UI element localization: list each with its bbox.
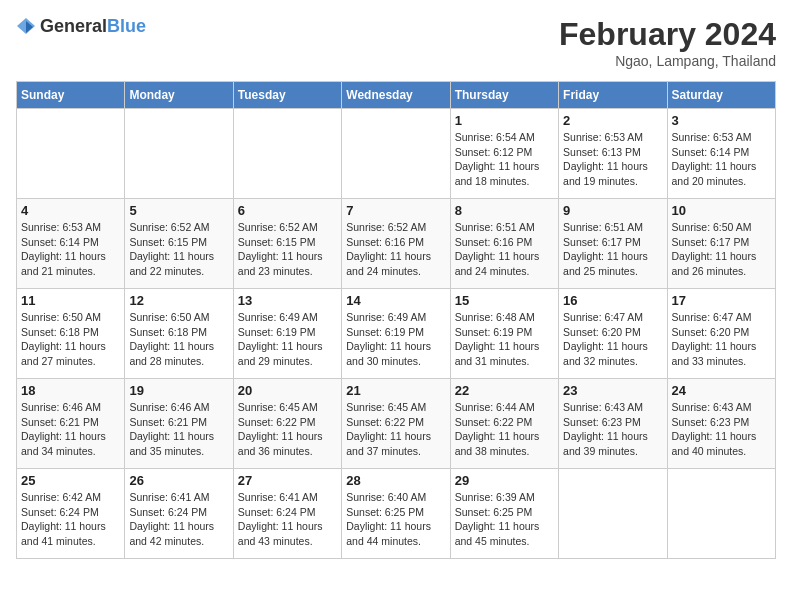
day-info: Sunrise: 6:42 AMSunset: 6:24 PMDaylight:…	[21, 490, 120, 549]
calendar-cell: 9Sunrise: 6:51 AMSunset: 6:17 PMDaylight…	[559, 199, 667, 289]
calendar-cell	[342, 109, 450, 199]
calendar-cell: 15Sunrise: 6:48 AMSunset: 6:19 PMDayligh…	[450, 289, 558, 379]
day-number: 29	[455, 473, 554, 488]
day-number: 26	[129, 473, 228, 488]
day-info: Sunrise: 6:48 AMSunset: 6:19 PMDaylight:…	[455, 310, 554, 369]
day-info: Sunrise: 6:41 AMSunset: 6:24 PMDaylight:…	[238, 490, 337, 549]
day-info: Sunrise: 6:46 AMSunset: 6:21 PMDaylight:…	[129, 400, 228, 459]
day-info: Sunrise: 6:50 AMSunset: 6:17 PMDaylight:…	[672, 220, 771, 279]
day-number: 28	[346, 473, 445, 488]
calendar-cell	[559, 469, 667, 559]
day-number: 23	[563, 383, 662, 398]
day-number: 24	[672, 383, 771, 398]
header: GeneralBlue February 2024 Ngao, Lampang,…	[16, 16, 776, 69]
weekday-header-friday: Friday	[559, 82, 667, 109]
day-info: Sunrise: 6:52 AMSunset: 6:15 PMDaylight:…	[129, 220, 228, 279]
day-info: Sunrise: 6:51 AMSunset: 6:16 PMDaylight:…	[455, 220, 554, 279]
calendar-cell: 28Sunrise: 6:40 AMSunset: 6:25 PMDayligh…	[342, 469, 450, 559]
day-info: Sunrise: 6:43 AMSunset: 6:23 PMDaylight:…	[563, 400, 662, 459]
logo-icon	[16, 17, 36, 37]
day-info: Sunrise: 6:39 AMSunset: 6:25 PMDaylight:…	[455, 490, 554, 549]
day-number: 17	[672, 293, 771, 308]
day-info: Sunrise: 6:51 AMSunset: 6:17 PMDaylight:…	[563, 220, 662, 279]
calendar-cell: 21Sunrise: 6:45 AMSunset: 6:22 PMDayligh…	[342, 379, 450, 469]
day-info: Sunrise: 6:52 AMSunset: 6:16 PMDaylight:…	[346, 220, 445, 279]
weekday-header-row: SundayMondayTuesdayWednesdayThursdayFrid…	[17, 82, 776, 109]
day-info: Sunrise: 6:46 AMSunset: 6:21 PMDaylight:…	[21, 400, 120, 459]
day-info: Sunrise: 6:50 AMSunset: 6:18 PMDaylight:…	[21, 310, 120, 369]
day-info: Sunrise: 6:53 AMSunset: 6:14 PMDaylight:…	[21, 220, 120, 279]
location-title: Ngao, Lampang, Thailand	[559, 53, 776, 69]
day-number: 22	[455, 383, 554, 398]
day-number: 18	[21, 383, 120, 398]
title-area: February 2024 Ngao, Lampang, Thailand	[559, 16, 776, 69]
day-info: Sunrise: 6:41 AMSunset: 6:24 PMDaylight:…	[129, 490, 228, 549]
day-number: 25	[21, 473, 120, 488]
weekday-header-monday: Monday	[125, 82, 233, 109]
logo-blue-text: Blue	[107, 16, 146, 36]
day-info: Sunrise: 6:54 AMSunset: 6:12 PMDaylight:…	[455, 130, 554, 189]
calendar-cell: 10Sunrise: 6:50 AMSunset: 6:17 PMDayligh…	[667, 199, 775, 289]
calendar-cell: 16Sunrise: 6:47 AMSunset: 6:20 PMDayligh…	[559, 289, 667, 379]
calendar-cell	[667, 469, 775, 559]
weekday-header-wednesday: Wednesday	[342, 82, 450, 109]
day-info: Sunrise: 6:53 AMSunset: 6:14 PMDaylight:…	[672, 130, 771, 189]
day-number: 19	[129, 383, 228, 398]
calendar: SundayMondayTuesdayWednesdayThursdayFrid…	[16, 81, 776, 559]
day-info: Sunrise: 6:50 AMSunset: 6:18 PMDaylight:…	[129, 310, 228, 369]
calendar-cell: 13Sunrise: 6:49 AMSunset: 6:19 PMDayligh…	[233, 289, 341, 379]
month-title: February 2024	[559, 16, 776, 53]
day-number: 11	[21, 293, 120, 308]
day-number: 13	[238, 293, 337, 308]
day-number: 10	[672, 203, 771, 218]
day-number: 9	[563, 203, 662, 218]
week-row-5: 25Sunrise: 6:42 AMSunset: 6:24 PMDayligh…	[17, 469, 776, 559]
calendar-cell: 5Sunrise: 6:52 AMSunset: 6:15 PMDaylight…	[125, 199, 233, 289]
day-number: 4	[21, 203, 120, 218]
calendar-cell: 4Sunrise: 6:53 AMSunset: 6:14 PMDaylight…	[17, 199, 125, 289]
day-number: 6	[238, 203, 337, 218]
weekday-header-tuesday: Tuesday	[233, 82, 341, 109]
calendar-cell: 25Sunrise: 6:42 AMSunset: 6:24 PMDayligh…	[17, 469, 125, 559]
calendar-cell: 27Sunrise: 6:41 AMSunset: 6:24 PMDayligh…	[233, 469, 341, 559]
day-info: Sunrise: 6:49 AMSunset: 6:19 PMDaylight:…	[238, 310, 337, 369]
day-info: Sunrise: 6:47 AMSunset: 6:20 PMDaylight:…	[563, 310, 662, 369]
calendar-cell: 11Sunrise: 6:50 AMSunset: 6:18 PMDayligh…	[17, 289, 125, 379]
day-info: Sunrise: 6:45 AMSunset: 6:22 PMDaylight:…	[238, 400, 337, 459]
day-info: Sunrise: 6:47 AMSunset: 6:20 PMDaylight:…	[672, 310, 771, 369]
logo-general-text: General	[40, 16, 107, 36]
calendar-cell	[17, 109, 125, 199]
day-info: Sunrise: 6:49 AMSunset: 6:19 PMDaylight:…	[346, 310, 445, 369]
calendar-cell: 17Sunrise: 6:47 AMSunset: 6:20 PMDayligh…	[667, 289, 775, 379]
day-number: 2	[563, 113, 662, 128]
day-info: Sunrise: 6:45 AMSunset: 6:22 PMDaylight:…	[346, 400, 445, 459]
day-info: Sunrise: 6:52 AMSunset: 6:15 PMDaylight:…	[238, 220, 337, 279]
day-info: Sunrise: 6:43 AMSunset: 6:23 PMDaylight:…	[672, 400, 771, 459]
calendar-cell: 8Sunrise: 6:51 AMSunset: 6:16 PMDaylight…	[450, 199, 558, 289]
calendar-cell: 22Sunrise: 6:44 AMSunset: 6:22 PMDayligh…	[450, 379, 558, 469]
calendar-cell: 12Sunrise: 6:50 AMSunset: 6:18 PMDayligh…	[125, 289, 233, 379]
day-number: 1	[455, 113, 554, 128]
weekday-header-sunday: Sunday	[17, 82, 125, 109]
week-row-3: 11Sunrise: 6:50 AMSunset: 6:18 PMDayligh…	[17, 289, 776, 379]
calendar-cell: 18Sunrise: 6:46 AMSunset: 6:21 PMDayligh…	[17, 379, 125, 469]
day-number: 8	[455, 203, 554, 218]
day-number: 15	[455, 293, 554, 308]
calendar-cell: 24Sunrise: 6:43 AMSunset: 6:23 PMDayligh…	[667, 379, 775, 469]
day-number: 14	[346, 293, 445, 308]
calendar-cell: 6Sunrise: 6:52 AMSunset: 6:15 PMDaylight…	[233, 199, 341, 289]
week-row-1: 1Sunrise: 6:54 AMSunset: 6:12 PMDaylight…	[17, 109, 776, 199]
day-number: 7	[346, 203, 445, 218]
calendar-cell: 29Sunrise: 6:39 AMSunset: 6:25 PMDayligh…	[450, 469, 558, 559]
calendar-cell: 14Sunrise: 6:49 AMSunset: 6:19 PMDayligh…	[342, 289, 450, 379]
calendar-cell	[233, 109, 341, 199]
calendar-cell	[125, 109, 233, 199]
calendar-cell: 20Sunrise: 6:45 AMSunset: 6:22 PMDayligh…	[233, 379, 341, 469]
calendar-cell: 7Sunrise: 6:52 AMSunset: 6:16 PMDaylight…	[342, 199, 450, 289]
calendar-cell: 23Sunrise: 6:43 AMSunset: 6:23 PMDayligh…	[559, 379, 667, 469]
week-row-2: 4Sunrise: 6:53 AMSunset: 6:14 PMDaylight…	[17, 199, 776, 289]
logo: GeneralBlue	[16, 16, 146, 37]
day-info: Sunrise: 6:40 AMSunset: 6:25 PMDaylight:…	[346, 490, 445, 549]
weekday-header-saturday: Saturday	[667, 82, 775, 109]
day-number: 20	[238, 383, 337, 398]
